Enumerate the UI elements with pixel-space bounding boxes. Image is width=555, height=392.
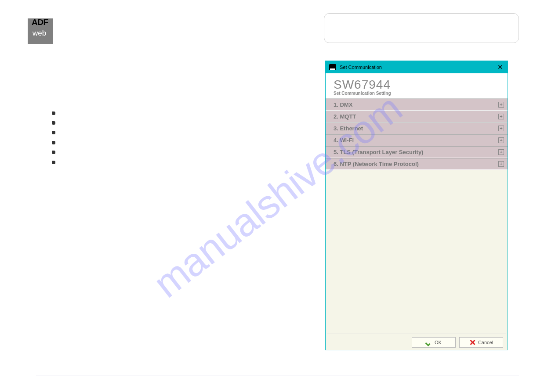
footer-left: ADFweb.com S.r.l. <box>36 381 73 386</box>
header-left-line2: ADFweb.com <box>58 29 119 36</box>
footer-right: www.adfweb.com <box>485 381 519 386</box>
bullet-list: DMX MQTT Ethernet Wi-Fi TLS (Transport L… <box>52 111 308 167</box>
bullet-label: MQTT <box>61 121 76 127</box>
button-bar: OK Cancel <box>326 335 508 350</box>
section-label: 5. TLS (Transport Layer Security) <box>334 149 423 155</box>
check-icon <box>426 340 432 345</box>
ok-label: OK <box>435 340 442 345</box>
header-subtitle: Set Communication Setting <box>334 91 500 96</box>
expand-icon[interactable]: + <box>498 149 504 155</box>
section-label: 4. Wi-Fi <box>334 137 354 144</box>
set-communication-window: Set Communication ✕ SW67944 Set Communic… <box>325 61 508 350</box>
logo-text-top: ADF <box>32 18 48 27</box>
bullet-item: TLS (Transport Layer Security) <box>52 150 308 157</box>
header-right-line2: DMX / MQTT - Converter <box>330 24 512 31</box>
header-right-box: User Manual DMX / MQTT - Converter Docum… <box>324 13 519 43</box>
bullet-label: Wi-Fi <box>61 140 73 147</box>
expand-icon[interactable]: + <box>498 114 504 119</box>
header-left-text: Industrial Electronic Devices ADFweb.com <box>58 23 119 36</box>
footer-divider <box>36 375 519 375</box>
expand-icon[interactable]: + <box>498 102 504 108</box>
section-label: 6. NTP (Network Time Protocol) <box>334 161 419 167</box>
section-label: 3. Ethernet <box>334 125 363 132</box>
section-label: 2. MQTT <box>334 113 356 120</box>
bullet-icon <box>52 111 55 115</box>
close-icon[interactable]: ✕ <box>496 63 504 71</box>
footer-center: INDUSTRIAL ELECTRONIC DEVICES <box>239 381 316 386</box>
bullet-item: NTP (Network Time Protocol) <box>52 160 308 167</box>
bullet-label: NTP (Network Time Protocol) <box>61 160 129 166</box>
header-left-line1: Industrial Electronic Devices <box>58 23 119 29</box>
cancel-label: Cancel <box>478 340 493 345</box>
section-row-ethernet[interactable]: 3. Ethernet+ <box>326 122 508 134</box>
section-row-tls[interactable]: 5. TLS (Transport Layer Security)+ <box>326 146 508 158</box>
bullet-label: DMX <box>61 111 73 117</box>
window-header: SW67944 Set Communication Setting <box>326 73 508 99</box>
body-text: SET COMMUNICATION: By Pressing the "Set … <box>36 61 308 169</box>
section-list: 1. DMX+ 2. MQTT+ 3. Ethernet+ 4. Wi-Fi+ … <box>326 99 508 170</box>
expand-icon[interactable]: + <box>498 137 504 143</box>
bullet-item: DMX <box>52 111 308 118</box>
bullet-item: Wi-Fi <box>52 140 308 147</box>
bullet-icon <box>52 121 55 125</box>
section-title: SET COMMUNICATION: <box>36 61 308 69</box>
window-body-empty <box>327 171 506 334</box>
bullet-icon <box>52 131 55 134</box>
window-title: Set Communication <box>340 65 382 70</box>
document-page: ADF web Industrial Electronic Devices AD… <box>0 0 555 392</box>
cross-icon <box>469 339 475 345</box>
ok-button[interactable]: OK <box>412 337 456 348</box>
app-icon <box>329 64 336 70</box>
titlebar[interactable]: Set Communication ✕ <box>326 61 508 73</box>
cancel-button[interactable]: Cancel <box>459 337 503 348</box>
paragraph-2: The window is divided in different secti… <box>36 97 308 104</box>
expand-icon[interactable]: + <box>498 126 504 131</box>
section-row-wifi[interactable]: 4. Wi-Fi+ <box>326 134 508 146</box>
bullet-icon <box>52 141 55 144</box>
header-title: SW67944 <box>334 78 500 92</box>
section-row-mqtt[interactable]: 2. MQTT+ <box>326 111 508 122</box>
header-right-line1: User Manual <box>330 17 512 24</box>
section-row-dmx[interactable]: 1. DMX+ <box>326 99 508 111</box>
paragraph-1: By Pressing the "Set Communication" butt… <box>36 75 308 90</box>
bullet-item: MQTT <box>52 120 308 128</box>
header-right-line3: Document code: MN67944_ENG Revision 1.00… <box>330 31 512 38</box>
logo-text-bottom: web <box>33 29 46 38</box>
bullet-icon <box>52 151 55 154</box>
bullet-icon <box>52 161 55 164</box>
expand-icon[interactable]: + <box>498 161 504 167</box>
bullet-item: Ethernet <box>52 130 308 137</box>
section-label: 1. DMX <box>334 101 352 108</box>
section-row-ntp[interactable]: 6. NTP (Network Time Protocol)+ <box>326 158 508 170</box>
bullet-label: Ethernet <box>61 130 80 137</box>
bullet-label: TLS (Transport Layer Security) <box>61 150 133 156</box>
